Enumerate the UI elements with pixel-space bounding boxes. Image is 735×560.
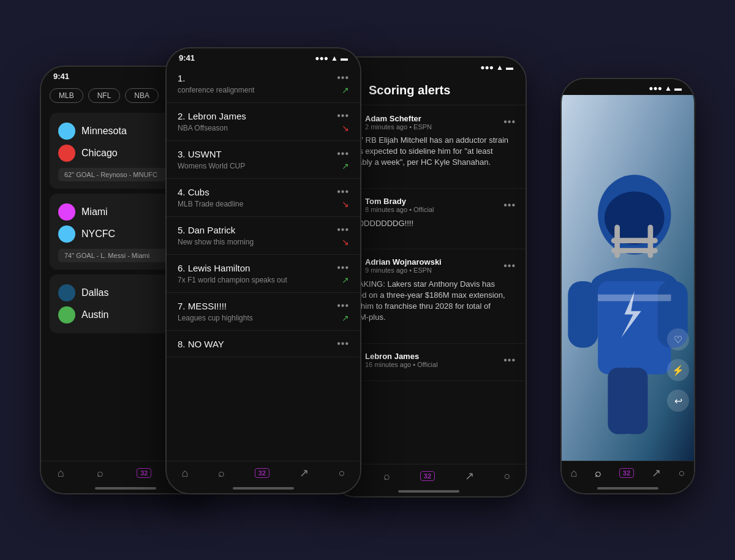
tab-mlb[interactable]: MLB (50, 88, 83, 103)
nav-home-1[interactable]: ⌂ (58, 467, 64, 480)
svg-rect-5 (611, 238, 658, 243)
signal-icon-4: ●●● (649, 84, 662, 93)
phone-video: ●●● ▲ ▬ (560, 78, 695, 494)
share-button[interactable]: ↩ (667, 390, 689, 412)
wifi-icon-2: ▲ (331, 54, 338, 62)
heart-button[interactable]: ♡ (667, 328, 689, 350)
trend-arrow-7: ↗ (342, 313, 349, 323)
alert-author-info-2: Tom Brady 8 minutes ago • Official (365, 197, 499, 213)
trend-dots-4[interactable]: ••• (337, 186, 349, 197)
trend-item-5[interactable]: 5. Dan Patrick ••• New show this morning… (167, 217, 360, 255)
team-dot-miami (58, 203, 75, 221)
nav-search-4[interactable]: ⌕ (595, 467, 601, 480)
trending-icon-4: ↗ (652, 466, 661, 480)
trend-item-2[interactable]: 2. Lebron James ••• NBA Offseason ↘ (167, 103, 360, 141)
post-dots-2[interactable]: ••• (503, 200, 516, 211)
trend-item-1[interactable]: 1. ••• conference realignment ↗ (167, 65, 360, 103)
trend-sub-7: Leagues cup highlights ↗ (178, 313, 349, 323)
trend-dots-3[interactable]: ••• (337, 148, 349, 159)
alerts-badge-1: 32 (137, 468, 151, 478)
trend-sub-2: NBA Offseason ↘ (178, 123, 349, 133)
trend-arrow-6: ↗ (342, 275, 349, 285)
alert-author-info-4: Lebron James 16 minutes ago • Official (365, 352, 499, 368)
post-dots-1[interactable]: ••• (503, 116, 516, 127)
home-icon-4: ⌂ (570, 467, 577, 480)
trend-dots-5[interactable]: ••• (337, 224, 349, 235)
svg-point-2 (605, 191, 665, 244)
nav-alerts-3[interactable]: 32 (420, 471, 435, 481)
signal-icon-3: ●●● (480, 63, 494, 72)
trend-dots-1[interactable]: ••• (337, 72, 349, 83)
team-name-nycfc: NYCFC (81, 229, 115, 240)
nav-profile-3[interactable]: ○ (504, 470, 511, 483)
trend-sub-6: 7x F1 world champion speaks out ↗ (178, 275, 349, 285)
alert-meta-3: 9 minutes ago • ESPN (365, 267, 499, 274)
home-indicator-3 (398, 490, 459, 493)
trend-item-3[interactable]: 3. USWNT ••• Womens World CUP ↗ (167, 141, 360, 179)
nav-alerts-2[interactable]: 32 (255, 468, 270, 478)
search-icon-3: ⌕ (383, 470, 390, 483)
svg-rect-10 (568, 281, 598, 348)
alert-author-name-2: Tom Brady (365, 197, 499, 206)
alert-author-row-3: Adrian Wojnarowski 9 minutes ago • ESPN … (342, 257, 516, 275)
trend-header-3: 3. USWNT ••• (178, 148, 349, 159)
video-side-actions: ♡ ⚡ ↩ (667, 328, 689, 412)
nav-search-1[interactable]: ⌕ (97, 467, 104, 480)
nav-alerts-4[interactable]: 32 (619, 468, 634, 478)
trend-sub-3: Womens World CUP ↗ (178, 161, 349, 171)
alert-text-2: TDDDDDDDDDG!!!! (342, 218, 516, 229)
trend-name-6: 6. Lewis Hamilton (178, 263, 250, 273)
tab-nfl[interactable]: NFL (88, 88, 121, 103)
trend-dots-7[interactable]: ••• (337, 300, 349, 311)
trend-name-1: 1. (178, 73, 186, 83)
alert-reply-3[interactable]: Reply (342, 327, 516, 336)
trend-sub-1: conference realignment ↗ (178, 85, 349, 95)
nav-profile-4[interactable]: ○ (679, 467, 685, 480)
scene: 9:41 ●●● ▲ ▬ MLB NFL NBA Minnesota (31, 29, 704, 531)
trend-header-4: 4. Cubs ••• (178, 186, 349, 197)
trend-header-2: 2. Lebron James ••• (178, 110, 349, 121)
trend-item-7[interactable]: 7. MESSI!!!! ••• Leagues cup highlights … (167, 293, 360, 331)
wifi-icon-4: ▲ (665, 84, 672, 93)
trend-header-5: 5. Dan Patrick ••• (178, 224, 349, 235)
home-icon-1: ⌂ (58, 467, 64, 480)
trend-name-2: 2. Lebron James (178, 111, 246, 121)
alert-author-name-3: Adrian Wojnarowski (365, 257, 499, 267)
nav-trending-3[interactable]: ↗ (465, 469, 474, 483)
team-dot-minnesota (58, 123, 75, 140)
profile-icon-4: ○ (679, 467, 685, 480)
bottom-nav-4: ⌂ ⌕ 32 ↗ ○ (562, 461, 694, 487)
team-dot-austin (58, 306, 75, 324)
nav-alerts-1[interactable]: 32 (137, 468, 151, 478)
nav-search-2[interactable]: ⌕ (218, 467, 225, 480)
post-dots-3[interactable]: ••• (503, 260, 516, 271)
status-icons-2: ●●● ▲ ▬ (315, 54, 348, 62)
nav-trending-2[interactable]: ↗ (300, 466, 309, 480)
trend-dots-2[interactable]: ••• (337, 110, 349, 121)
status-bar-2: 9:41 ●●● ▲ ▬ (167, 48, 360, 65)
trend-header-7: 7. MESSI!!!! ••• (178, 300, 349, 311)
nav-home-2[interactable]: ⌂ (181, 467, 188, 480)
nav-trending-4[interactable]: ↗ (652, 466, 661, 480)
trend-item-6[interactable]: 6. Lewis Hamilton ••• 7x F1 world champi… (167, 255, 360, 293)
tab-nba[interactable]: NBA (125, 88, 159, 103)
alert-reply-2[interactable]: Reply (342, 233, 516, 241)
trend-dots-8[interactable]: ••• (337, 338, 349, 349)
lightning-button[interactable]: ⚡ (667, 359, 689, 381)
search-icon-4: ⌕ (595, 467, 601, 480)
trend-header-8: 8. NO WAY ••• (178, 338, 349, 349)
trend-item-4[interactable]: 4. Cubs ••• MLB Trade deadline ↘ (167, 179, 360, 217)
trending-icon-3: ↗ (465, 469, 474, 483)
post-dots-4[interactable]: ••• (503, 355, 516, 366)
alert-reply-1[interactable]: Reply (342, 172, 516, 181)
nav-profile-2[interactable]: ○ (339, 467, 345, 480)
alerts-badge-3: 32 (420, 471, 435, 481)
trend-header-6: 6. Lewis Hamilton ••• (178, 262, 349, 273)
nav-search-3[interactable]: ⌕ (383, 470, 390, 483)
trend-item-8[interactable]: 8. NO WAY ••• (167, 331, 360, 357)
profile-icon-3: ○ (504, 470, 511, 483)
nav-home-4[interactable]: ⌂ (570, 467, 577, 480)
team-name-miami: Miami (81, 206, 108, 218)
home-indicator-2 (233, 487, 294, 490)
trend-dots-6[interactable]: ••• (337, 262, 349, 273)
